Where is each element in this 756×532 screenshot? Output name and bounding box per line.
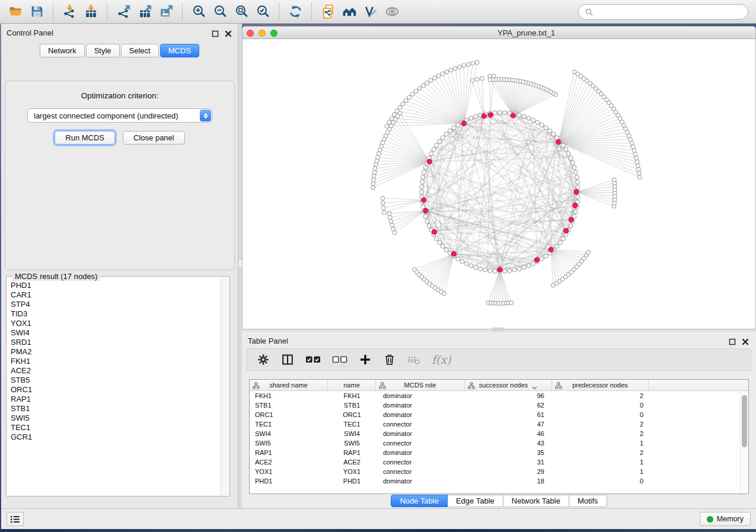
table-row[interactable]: STB1STB1dominator620 xyxy=(250,400,748,410)
table-cell[interactable]: connector xyxy=(376,457,465,467)
mcds-result-item[interactable]: YOX1 xyxy=(8,319,220,328)
mcds-result-item[interactable]: ACE2 xyxy=(8,366,220,376)
network-canvas[interactable] xyxy=(242,39,756,329)
close-icon[interactable] xyxy=(742,337,749,344)
tab-select[interactable]: Select xyxy=(121,44,159,57)
export-table-icon[interactable] xyxy=(136,3,154,21)
table-cell[interactable]: 1 xyxy=(552,467,649,476)
column-header-predecessor-nodes[interactable]: predecessor nodes xyxy=(552,380,649,390)
column-header-name[interactable]: name xyxy=(328,380,376,390)
column-header-MCDS-role[interactable]: MCDS role xyxy=(376,380,465,390)
table-cell[interactable]: 0 xyxy=(552,410,649,419)
hide-graphics-icon[interactable] xyxy=(383,3,401,21)
table-cell[interactable]: FKH1 xyxy=(250,391,328,400)
optimization-criterion-select[interactable]: largest connected component (undirected) xyxy=(27,108,212,123)
memory-button[interactable]: Memory xyxy=(700,512,751,526)
mcds-result-item[interactable]: PMA2 xyxy=(8,347,220,357)
table-cell[interactable]: PHD1 xyxy=(328,476,376,486)
table-cell[interactable]: dominator xyxy=(376,400,465,410)
table-cell[interactable]: 96 xyxy=(465,391,552,400)
table-cell[interactable]: SWI5 xyxy=(250,438,328,448)
mcds-result-item[interactable]: SRD1 xyxy=(8,338,220,347)
toggle-columns-icon[interactable] xyxy=(281,351,294,368)
zoom-selected-icon[interactable] xyxy=(254,3,272,21)
table-cell[interactable]: connector xyxy=(376,419,465,429)
table-cell[interactable]: RAP1 xyxy=(328,448,376,457)
select-all-columns-icon[interactable] xyxy=(305,351,321,368)
table-cell[interactable]: 0 xyxy=(552,476,649,486)
table-cell[interactable]: 35 xyxy=(465,448,552,457)
mcds-result-item[interactable]: STP4 xyxy=(8,300,220,309)
table-cell[interactable]: ACE2 xyxy=(328,457,376,467)
tab-network[interactable]: Network xyxy=(40,44,85,57)
table-row[interactable]: TEC1TEC1connector472 xyxy=(250,419,748,429)
table-cell[interactable]: 62 xyxy=(465,400,552,410)
search-box[interactable] xyxy=(578,4,748,20)
tab-mcds[interactable]: MCDS xyxy=(160,44,199,57)
mcds-result-item[interactable]: STB1 xyxy=(8,404,220,414)
table-cell[interactable]: 1 xyxy=(552,457,649,467)
table-cell[interactable]: 2 xyxy=(552,391,649,400)
table-cell[interactable]: 46 xyxy=(465,429,552,438)
tab-style[interactable]: Style xyxy=(86,44,120,57)
tab-motifs[interactable]: Motifs xyxy=(569,495,607,507)
table-cell[interactable]: YOX1 xyxy=(328,467,376,476)
table-row[interactable]: FKH1FKH1dominator962 xyxy=(250,391,748,400)
table-cell[interactable]: PHD1 xyxy=(250,476,328,486)
task-history-button[interactable] xyxy=(7,512,24,526)
table-cell[interactable]: TEC1 xyxy=(328,419,376,429)
table-cell[interactable]: RAP1 xyxy=(250,448,328,457)
table-scrollbar-thumb[interactable] xyxy=(742,395,747,447)
refresh-layout-icon[interactable] xyxy=(286,3,304,21)
deselect-all-columns-icon[interactable] xyxy=(332,351,347,368)
open-session-icon[interactable] xyxy=(7,3,24,21)
column-header-successor-nodes[interactable]: successor nodes xyxy=(465,380,552,390)
table-cell[interactable]: 29 xyxy=(465,467,552,476)
add-column-icon[interactable] xyxy=(359,351,372,368)
mcds-result-item[interactable]: CAR1 xyxy=(8,290,220,300)
zoom-in-icon[interactable] xyxy=(190,3,208,21)
chevron-down-icon[interactable] xyxy=(532,383,537,387)
table-cell[interactable]: ORC1 xyxy=(250,410,328,419)
tab-node-table[interactable]: Node Table xyxy=(391,495,448,507)
float-icon[interactable] xyxy=(212,29,219,36)
table-cell[interactable]: FKH1 xyxy=(328,391,376,400)
table-row[interactable]: ACE2ACE2connector311 xyxy=(250,457,748,467)
mcds-result-item[interactable]: TID3 xyxy=(8,309,220,319)
table-cell[interactable]: 61 xyxy=(465,410,552,419)
mcds-result-item[interactable]: STB5 xyxy=(8,376,220,385)
table-cell[interactable]: SWI4 xyxy=(250,429,328,438)
table-row[interactable]: SWI4SWI4dominator462 xyxy=(250,429,748,438)
table-cell[interactable]: dominator xyxy=(376,410,465,419)
table-cell[interactable]: dominator xyxy=(376,448,465,457)
table-cell[interactable]: ORC1 xyxy=(328,410,376,419)
export-network-icon[interactable] xyxy=(114,3,132,21)
table-cell[interactable]: YOX1 xyxy=(250,467,328,476)
save-session-icon[interactable] xyxy=(28,3,46,21)
network-graph[interactable] xyxy=(243,39,755,329)
table-cell[interactable]: connector xyxy=(376,438,465,448)
export-image-icon[interactable] xyxy=(157,3,175,21)
table-cell[interactable]: STB1 xyxy=(328,400,376,410)
search-input[interactable] xyxy=(597,8,742,17)
table-cell[interactable]: TEC1 xyxy=(250,419,328,429)
table-row[interactable]: YOX1YOX1connector291 xyxy=(250,467,748,476)
mcds-result-item[interactable]: RAP1 xyxy=(8,395,220,404)
table-cell[interactable]: 2 xyxy=(552,429,649,438)
table-cell[interactable]: 1 xyxy=(552,438,649,448)
table-cell[interactable]: dominator xyxy=(376,391,465,400)
mcds-result-item[interactable]: SWI5 xyxy=(8,414,220,423)
mcds-result-item[interactable]: ORC1 xyxy=(8,385,220,395)
table-cell[interactable]: connector xyxy=(376,467,465,476)
traffic-close-button[interactable] xyxy=(247,30,254,37)
column-header-shared-name[interactable]: shared name xyxy=(250,380,328,390)
tab-network-table[interactable]: Network Table xyxy=(503,495,569,507)
table-cell[interactable]: STB1 xyxy=(250,400,328,410)
table-cell[interactable]: 43 xyxy=(465,438,552,448)
delete-column-icon[interactable] xyxy=(383,351,396,368)
table-row[interactable]: PHD1PHD1dominator180 xyxy=(250,476,748,486)
close-panel-button[interactable]: Close panel xyxy=(123,131,185,145)
tab-edge-table[interactable]: Edge Table xyxy=(448,495,503,507)
table-cell[interactable]: ACE2 xyxy=(250,457,328,467)
table-cell[interactable]: SWI5 xyxy=(328,438,376,448)
